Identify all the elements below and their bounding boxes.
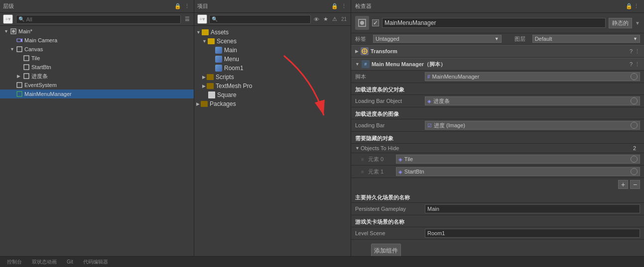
element0-ref[interactable]: ◈ Tile — [396, 155, 640, 164]
mainmenumanager-icon — [16, 90, 23, 97]
project-folder-packages[interactable]: ▶ Packages — [194, 99, 351, 108]
loading-bar-image-label: Loading Bar — [355, 122, 425, 128]
hierarchy-item-tile[interactable]: Tile — [0, 54, 194, 63]
element1-ref[interactable]: ◈ StartBtn — [396, 167, 640, 176]
array-element-1: ≡ 元素 1 ◈ StartBtn — [351, 166, 644, 178]
project-folder-scripts[interactable]: ▶ Scripts — [194, 73, 351, 82]
room1-scene-label: Room1 — [224, 65, 244, 72]
hierarchy-search-box[interactable]: 🔍 — [16, 15, 181, 24]
hierarchy-filter-icon[interactable]: ☰ — [184, 15, 191, 23]
script-ref-field[interactable]: # MainMenuManager — [425, 72, 640, 81]
packages-label: Packages — [210, 100, 236, 107]
hierarchy-label-main-camera: Main Camera — [24, 37, 57, 43]
mainmenu-help-icon[interactable]: ? — [630, 61, 633, 67]
level-section: 游戏关卡场景的名称 — [351, 215, 644, 227]
layer-selector[interactable]: Default ▼ — [532, 35, 640, 43]
canvas-icon — [16, 46, 23, 53]
project-search-input[interactable] — [219, 16, 308, 22]
transform-component-header[interactable]: ▶ Transform ? ⋮ — [351, 45, 644, 58]
textmeshpro-label: TextMesh Pro — [216, 83, 252, 89]
hierarchy-item-eventsystem[interactable]: EventSystem — [0, 81, 194, 89]
remove-element-button[interactable]: − — [630, 180, 640, 189]
project-menu-icon[interactable]: ⋮ — [340, 2, 348, 10]
hierarchy-item-main-camera[interactable]: Main Camera — [0, 36, 194, 45]
hierarchy-item-canvas[interactable]: ▼ Canvas — [0, 45, 194, 54]
loading-bar-parent-section: 加载进度条的父对象 — [351, 83, 644, 95]
project-count: 21 — [340, 16, 348, 22]
eventsystem-icon — [16, 82, 23, 89]
hierarchy-item-mainmenumanager[interactable]: MainMenuManager — [0, 89, 194, 98]
project-folder-assets[interactable]: ▼ Assets — [194, 28, 351, 37]
hierarchy-item-startbtn[interactable]: StartBtn — [0, 63, 194, 72]
scripts-label: Scripts — [216, 74, 234, 81]
bottom-tab-console[interactable]: 控制台 — [4, 258, 25, 267]
progressbar-icon — [23, 73, 30, 80]
tag-selector[interactable]: Untagged ▼ — [373, 35, 502, 43]
scripts-folder-icon — [207, 74, 214, 80]
element0-label: 元素 0 — [368, 156, 393, 163]
project-item-square[interactable]: Square — [194, 90, 351, 99]
inspector-content: ✓ 静态的 ▼ 标签 Untagged ▼ 图层 Default ▼ — [351, 13, 644, 256]
static-button[interactable]: 静态的 — [609, 18, 632, 28]
bottom-tab-git[interactable]: Git — [64, 258, 76, 266]
layer-dropdown-icon: ▼ — [633, 36, 638, 41]
layer-label: 图层 — [515, 35, 528, 43]
hierarchy-search-input[interactable] — [26, 16, 178, 22]
hierarchy-lock-icon: 🔒 — [174, 3, 181, 9]
inspector-header: 检查器 🔒 ⋮ — [351, 0, 644, 13]
hierarchy-menu-icon[interactable]: ⋮ — [183, 2, 191, 10]
persistent-section: 主要持久化场景的名称 — [351, 191, 644, 203]
hierarchy-item-progressbar[interactable]: ▶ 进度条 — [0, 72, 194, 81]
hierarchy-toolbar: +▾ 🔍 ☰ — [0, 13, 194, 26]
object-main-icon — [355, 16, 369, 30]
project-star-icon[interactable]: ★ — [322, 15, 329, 23]
array-element-0: ≡ 元素 0 ◈ Tile — [351, 153, 644, 166]
loading-bar-image-circle[interactable] — [631, 122, 638, 129]
script-field-row: 脚本 # MainMenuManager — [351, 71, 644, 83]
element1-label: 元素 1 — [368, 168, 393, 176]
add-component-button[interactable]: 添加组件 — [371, 244, 401, 256]
add-element-button[interactable]: + — [618, 180, 628, 189]
level-field-row: Level Scene Room1 — [351, 227, 644, 240]
level-input[interactable]: Room1 — [425, 229, 640, 238]
hierarchy-add-button[interactable]: +▾ — [3, 14, 13, 24]
project-folder-scenes[interactable]: ▼ Scenes — [194, 37, 351, 46]
project-search-box[interactable]: 🔍 — [209, 15, 310, 24]
loading-bar-parent-ref[interactable]: ◈ 进度条 — [425, 96, 640, 105]
transform-help-icon[interactable]: ? — [630, 48, 633, 54]
transform-settings-icon[interactable]: ⋮ — [635, 48, 640, 55]
loading-bar-image-ref[interactable]: ☑ 进度 (Image) — [425, 121, 640, 130]
loading-bar-parent-text: 进度条 — [433, 97, 450, 105]
hierarchy-item-main[interactable]: ▼ Main* — [0, 27, 194, 36]
loading-bar-parent-circle[interactable] — [631, 97, 638, 104]
project-title: 项目 — [197, 2, 329, 10]
static-arrow[interactable]: ▼ — [635, 20, 640, 26]
bottom-tab-code[interactable]: 代码编辑器 — [80, 258, 111, 267]
hierarchy-title: 层级 — [3, 2, 172, 10]
inspector-menu-icon[interactable]: ⋮ — [633, 2, 640, 10]
project-scene-main[interactable]: Main — [194, 46, 351, 55]
bottom-tab-animator[interactable]: 双状态动画 — [29, 258, 60, 267]
mainmenu-name: Main Menu Manager（脚本） — [372, 61, 630, 68]
active-checkbox[interactable]: ✓ — [372, 19, 379, 26]
project-scene-menu[interactable]: Menu — [194, 55, 351, 64]
mainmenu-arrow: ▼ — [355, 62, 360, 67]
object-name-field[interactable] — [382, 18, 606, 28]
drag-handle-1: ≡ — [361, 169, 364, 175]
persistent-input[interactable]: Main — [425, 204, 640, 213]
loading-bar-image-value: ☑ 进度 (Image) — [425, 121, 640, 130]
room1-scene-icon — [215, 65, 222, 72]
menu-scene-label: Menu — [224, 56, 239, 63]
project-add-button[interactable]: +▾ — [197, 14, 207, 24]
project-warning-icon[interactable]: ⚠ — [331, 15, 338, 23]
square-icon — [208, 91, 215, 98]
element0-circle[interactable] — [631, 156, 638, 163]
project-scene-room1[interactable]: Room1 — [194, 64, 351, 73]
transform-actions: ? ⋮ — [630, 48, 640, 55]
script-ref-circle[interactable] — [631, 73, 638, 80]
mainmenu-settings-icon[interactable]: ⋮ — [635, 61, 640, 68]
mainmenu-component-header[interactable]: ▼ # Main Menu Manager（脚本） ? ⋮ — [351, 58, 644, 71]
project-eye-icon[interactable]: 👁 — [313, 16, 320, 23]
element1-circle[interactable] — [631, 168, 638, 175]
project-folder-textmeshpro[interactable]: ▶ TextMesh Pro — [194, 82, 351, 90]
